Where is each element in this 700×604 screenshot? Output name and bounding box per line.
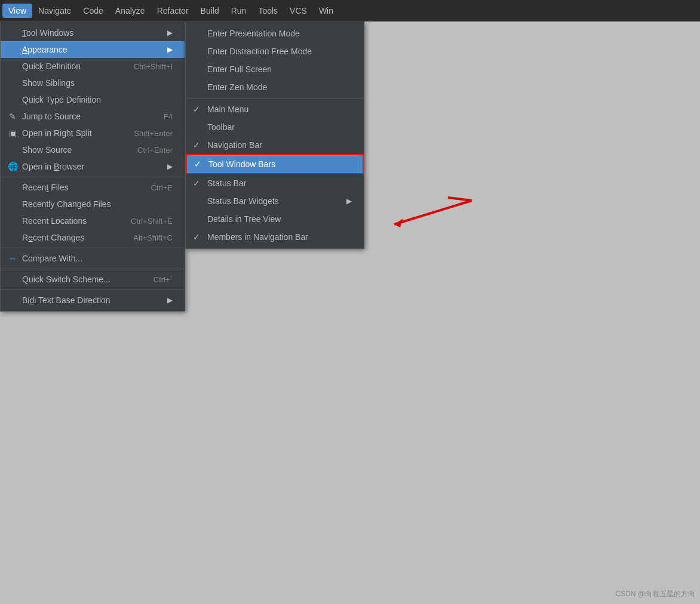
check-icon: ✓ [193,178,200,188]
red-arrow-annotation [376,195,484,230]
submenu-arrow: ▶ [155,162,173,171]
menu-code[interactable]: Code [77,4,109,18]
menu-item-presentation-mode[interactable]: Enter Presentation Mode [186,24,364,42]
menu-navigate[interactable]: Navigate [32,4,77,18]
submenu-arrow: ▶ [155,296,173,304]
check-icon: ✓ [193,104,200,114]
menu-item-main-menu[interactable]: ✓ Main Menu [186,100,364,118]
menu-item-show-siblings[interactable]: Show Siblings [1,75,185,91]
recent-files-label: Recent Files [22,183,69,192]
svg-line-0 [394,201,472,224]
recent-changes-shortcut: Alt+Shift+C [109,233,173,242]
full-screen-label: Enter Full Screen [207,64,272,74]
quick-definition-label: Quick Definition [22,61,81,71]
split-icon: ▣ [7,128,19,138]
secondary-menu: Enter Presentation Mode Enter Distractio… [185,21,364,249]
separator-4 [1,289,185,290]
menu-view[interactable]: View [2,4,32,18]
menu-item-recent-locations[interactable]: Recent Locations Ctrl+Shift+E [1,212,185,229]
show-source-shortcut: Ctrl+Enter [113,146,173,155]
open-browser-label: Open in Browser [22,162,84,171]
show-source-label: Show Source [22,145,72,155]
quick-type-definition-label: Quick Type Definition [22,95,101,104]
compare-icon: ↔ [7,254,19,263]
navigation-bar-label: Navigation Bar [207,140,262,150]
menu-item-jump-to-source[interactable]: ✎ Jump to Source F4 [1,108,185,125]
menu-item-bidi-text[interactable]: Bidi Text Base Direction ▶ [1,292,185,309]
menu-analyze[interactable]: Analyze [109,4,151,18]
main-menu-label: Main Menu [207,104,248,114]
submenu-arrow: ▶ [334,197,352,205]
quick-switch-label: Quick Switch Scheme... [22,275,110,284]
primary-menu: Tool Windows ▶ Appearance ▶ Quick Defini… [0,21,185,312]
jump-to-source-shortcut: F4 [140,112,173,121]
recent-locations-shortcut: Ctrl+Shift+E [107,217,173,226]
toolbar-label: Toolbar [207,122,235,132]
menu-item-quick-type-definition[interactable]: Quick Type Definition [1,91,185,108]
svg-marker-1 [394,218,403,227]
menu-item-status-bar-widgets[interactable]: Status Bar Widgets ▶ [186,192,364,210]
check-icon: ✓ [193,140,200,150]
menu-item-recent-changes[interactable]: Recent Changes Alt+Shift+C [1,229,185,246]
tool-windows-label: Tool Windows [22,28,73,38]
menu-item-appearance[interactable]: Appearance ▶ [1,41,185,58]
menu-item-full-screen[interactable]: Enter Full Screen [186,60,364,78]
globe-icon: 🌐 [7,162,19,171]
menu-tools[interactable]: Tools [252,4,284,18]
quick-switch-shortcut: Ctrl+` [130,275,173,284]
background-area [370,21,700,604]
menu-item-recent-files[interactable]: Recent Files Ctrl+E [1,179,185,196]
recently-changed-label: Recently Changed Files [22,199,111,209]
menu-win[interactable]: Win [313,4,339,18]
presentation-mode-label: Enter Presentation Mode [207,29,300,38]
check-icon: ✓ [193,232,200,242]
menu-item-open-browser[interactable]: 🌐 Open in Browser ▶ [1,158,185,175]
menu-item-zen-mode[interactable]: Enter Zen Mode [186,78,364,96]
menu-build[interactable]: Build [195,4,225,18]
status-bar-widgets-label: Status Bar Widgets [207,196,279,206]
zen-mode-label: Enter Zen Mode [207,82,267,92]
distraction-free-label: Enter Distraction Free Mode [207,47,312,56]
menu-item-quick-switch[interactable]: Quick Switch Scheme... Ctrl+` [1,271,185,288]
menu-item-quick-definition[interactable]: Quick Definition Ctrl+Shift+I [1,58,185,75]
status-bar-label: Status Bar [207,178,246,188]
svg-line-2 [448,198,472,201]
menu-item-show-source[interactable]: Show Source Ctrl+Enter [1,141,185,158]
menu-item-navigation-bar[interactable]: ✓ Navigation Bar [186,136,364,154]
menu-item-tool-window-bars[interactable]: ✓ Tool Window Bars [186,154,364,174]
tool-window-bars-label: Tool Window Bars [208,159,275,169]
open-right-split-label: Open in Right Split [22,128,92,138]
menu-item-status-bar[interactable]: ✓ Status Bar [186,174,364,192]
submenu-arrow: ▶ [155,29,173,37]
details-tree-view-label: Details in Tree View [207,214,281,224]
quick-definition-shortcut: Ctrl+Shift+I [110,62,173,71]
menu-run[interactable]: Run [225,4,253,18]
watermark: CSDN @向着五星的方向 [615,589,695,599]
dropdown-container: Tool Windows ▶ Appearance ▶ Quick Defini… [0,21,364,312]
check-icon: ✓ [194,159,201,169]
separator-s1 [186,98,364,98]
menu-item-open-right-split[interactable]: ▣ Open in Right Split Shift+Enter [1,125,185,141]
menu-bar: View Navigate Code Analyze Refactor Buil… [0,0,700,21]
submenu-arrow: ▶ [155,45,173,54]
recent-changes-label: Recent Changes [22,233,84,242]
menu-item-details-tree-view[interactable]: Details in Tree View [186,210,364,228]
menu-refactor[interactable]: Refactor [151,4,195,18]
menu-item-toolbar[interactable]: Toolbar [186,118,364,136]
menu-item-tool-windows[interactable]: Tool Windows ▶ [1,24,185,41]
open-right-split-shortcut: Shift+Enter [110,129,173,138]
menu-item-compare-with[interactable]: ↔ Compare With... [1,250,185,267]
menu-item-members-nav-bar[interactable]: ✓ Members in Navigation Bar [186,228,364,246]
menu-item-distraction-free[interactable]: Enter Distraction Free Mode [186,42,364,60]
separator-1 [1,177,185,177]
menu-vcs[interactable]: VCS [284,4,313,18]
bidi-text-label: Bidi Text Base Direction [22,295,110,305]
jump-to-source-label: Jump to Source [22,112,81,121]
show-siblings-label: Show Siblings [22,78,75,88]
recent-locations-label: Recent Locations [22,216,87,226]
members-nav-bar-label: Members in Navigation Bar [207,232,308,242]
menu-item-recently-changed[interactable]: Recently Changed Files [1,196,185,212]
pencil-icon: ✎ [7,112,19,121]
compare-with-label: Compare With... [22,254,82,263]
appearance-label: Appearance [22,45,67,54]
